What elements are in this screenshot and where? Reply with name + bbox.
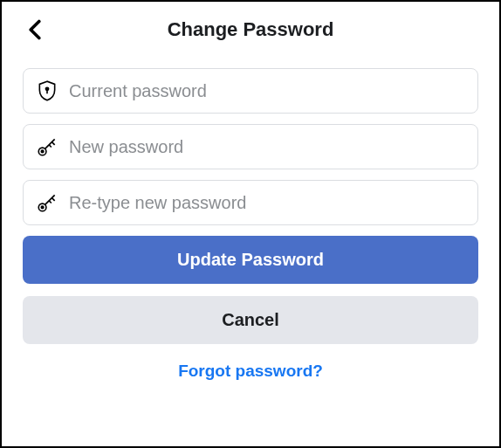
svg-line-5 — [51, 142, 54, 145]
new-password-input[interactable] — [69, 137, 465, 157]
key-icon — [36, 191, 58, 214]
current-password-input[interactable] — [69, 81, 465, 101]
cancel-button[interactable]: Cancel — [23, 296, 478, 344]
forgot-password-link[interactable]: Forgot password? — [23, 362, 478, 381]
key-icon — [36, 135, 58, 158]
chevron-left-icon — [28, 19, 42, 40]
retype-password-group[interactable] — [23, 180, 478, 225]
svg-line-10 — [51, 198, 54, 201]
update-password-button[interactable]: Update Password — [23, 236, 478, 284]
current-password-group[interactable] — [23, 68, 478, 114]
back-button[interactable] — [23, 17, 47, 42]
svg-point-8 — [41, 206, 44, 209]
new-password-group[interactable] — [23, 124, 478, 169]
svg-point-0 — [45, 87, 48, 90]
svg-line-6 — [49, 145, 51, 148]
shield-icon — [36, 79, 58, 102]
page-title: Change Password — [23, 18, 478, 41]
header: Change Password — [23, 17, 478, 42]
svg-line-11 — [49, 201, 51, 203]
svg-point-3 — [41, 150, 44, 153]
retype-password-input[interactable] — [69, 193, 465, 213]
